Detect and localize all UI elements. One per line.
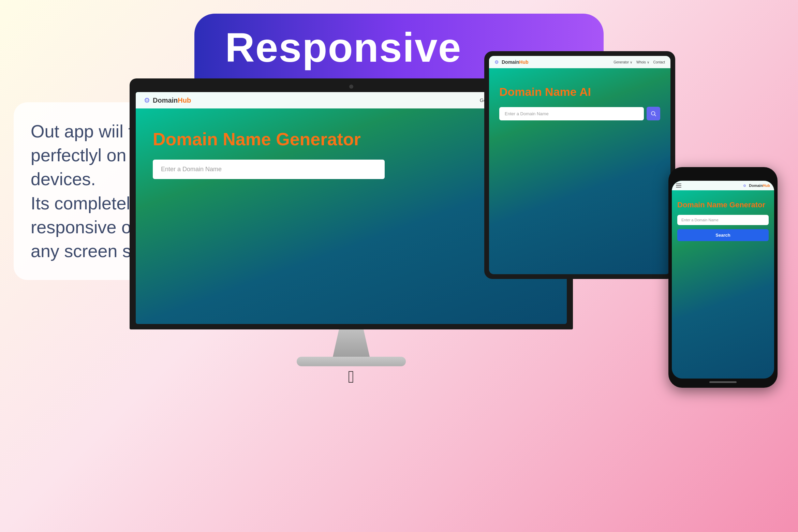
ipad-screen: ⚙ DomainHub Generator ∨ Whois ∨ Contact … [489, 56, 670, 274]
ipad-brand-name: DomainHub [502, 59, 529, 65]
ipad-navbar: ⚙ DomainHub Generator ∨ Whois ∨ Contact [489, 56, 670, 68]
iphone-device: ⚙ DomainHub Domain Name Generator Enter … [668, 167, 778, 388]
iphone-navbar: ⚙ DomainHub [672, 181, 774, 190]
imac-brand-name: DomainHub [153, 97, 191, 104]
ipad-search-button[interactable] [647, 107, 660, 120]
svg-line-1 [654, 115, 656, 116]
ipad-outer: ⚙ DomainHub Generator ∨ Whois ∨ Contact … [484, 51, 675, 279]
iphone-brand: ⚙ DomainHub [743, 183, 770, 188]
iphone-hero: Domain Name Generator Enter a Domain Nam… [672, 190, 774, 248]
imac-camera [349, 85, 353, 89]
devices-container: ⚙ DomainHub Generator ∨ Whois ∨ Contact … [130, 51, 778, 512]
ipad-nav-links: Generator ∨ Whois ∨ Contact [614, 60, 665, 64]
iphone-outer: ⚙ DomainHub Domain Name Generator Enter … [668, 167, 778, 388]
ipad-hero: Domain Name AI Enter a Domain Name [489, 68, 670, 131]
ipad-nav-contact[interactable]: Contact [653, 60, 665, 64]
ipad-nav-generator[interactable]: Generator ∨ [614, 60, 632, 64]
imac-gear-icon: ⚙ [144, 96, 150, 104]
imac-stand-neck [331, 329, 372, 357]
imac-apple-logo:  [130, 368, 573, 385]
iphone-search-input[interactable]: Enter a Domain Name [677, 215, 769, 225]
ipad-hero-title: Domain Name AI [499, 85, 660, 99]
ipad-search-input[interactable]: Enter a Domain Name [499, 107, 644, 120]
iphone-hero-title: Domain Name Generator [677, 201, 769, 209]
iphone-hamburger-icon[interactable] [676, 183, 681, 188]
iphone-screen: ⚙ DomainHub Domain Name Generator Enter … [672, 181, 774, 379]
iphone-brand-name: DomainHub [749, 183, 770, 188]
ipad-device: ⚙ DomainHub Generator ∨ Whois ∨ Contact … [484, 51, 675, 279]
imac-search-input[interactable]: Enter a Domain Name [153, 160, 385, 179]
iphone-search-button[interactable]: Search [677, 229, 769, 241]
iphone-home-indicator [709, 381, 737, 383]
imac-stand-base [297, 357, 406, 366]
ipad-input-row: Enter a Domain Name [499, 107, 660, 120]
ipad-nav-whois[interactable]: Whois ∨ [636, 60, 649, 64]
ipad-gear-icon: ⚙ [494, 59, 499, 65]
iphone-gear-icon: ⚙ [743, 184, 746, 188]
imac-brand: ⚙ DomainHub [144, 96, 191, 104]
ipad-brand: ⚙ DomainHub [494, 59, 529, 65]
iphone-notch [706, 172, 740, 179]
svg-point-0 [651, 112, 655, 115]
